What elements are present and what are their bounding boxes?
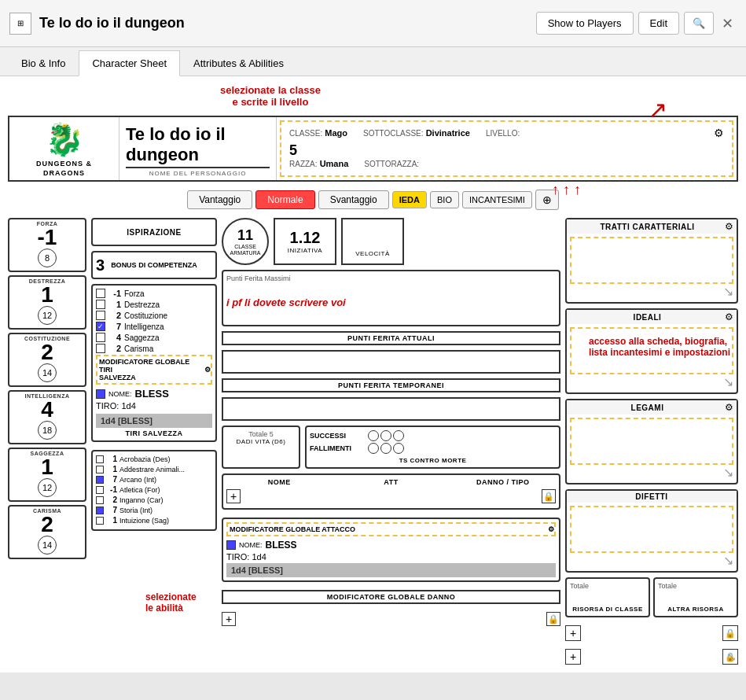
show-players-button[interactable]: Show to Players: [536, 12, 634, 35]
skill-cb-6[interactable]: [96, 517, 104, 525]
skill-cb-2[interactable]: [96, 476, 104, 484]
skill-cb-1[interactable]: [96, 466, 104, 473]
title-bar-buttons: Show to Players Edit 🔍 ✕: [536, 12, 737, 35]
risorsa-total-label: Totale: [570, 582, 645, 590]
hp-temp-label: PUNTI FERITA TEMPORANEI: [222, 378, 560, 392]
hit-dice-box: Totale 5 DADI VITA (D6): [222, 426, 300, 469]
ideali-gear[interactable]: ⚙: [725, 311, 733, 322]
stat-forza-score: 8: [38, 249, 57, 267]
gm-attack-tiro-val: 1d4: [252, 552, 266, 562]
skill-1: 1 Addestrare Animali...: [96, 465, 212, 473]
st-checkbox-5[interactable]: [96, 344, 105, 353]
skill-5: 7 Storia (Int): [96, 506, 212, 514]
tratti-gear[interactable]: ⚙: [725, 221, 733, 232]
nav-svantaggio[interactable]: Svantaggio: [318, 190, 389, 209]
risorsa-box: Totale RISORSA DI CLASSE: [565, 577, 650, 617]
death-saves-row: Totale 5 DADI VITA (D6) SUCCESSI: [222, 426, 560, 469]
nav-normale[interactable]: Normale: [255, 190, 314, 209]
gm-attack-checkbox[interactable]: [226, 540, 236, 550]
global-modifier-attack: MODIFICATORE GLOBALE ATTACCO ⚙ NOME: BLE…: [222, 518, 560, 582]
st-checkbox-0[interactable]: [96, 289, 105, 298]
skill-cb-0[interactable]: [96, 455, 104, 463]
attacks-lock-icon: 🔒: [542, 489, 556, 503]
death-saves-box: SUCCESSI FALLIMENTI: [305, 426, 560, 469]
resource-actions-1: + 🔒: [565, 625, 738, 641]
nav-incantesimi[interactable]: INCANTESIMI: [462, 191, 532, 208]
nav-bio[interactable]: BIO: [430, 191, 459, 208]
st-checkbox-1[interactable]: [96, 300, 105, 309]
skill-2: 7 Arcano (Int): [96, 475, 212, 484]
initiative-label: INIZIATIVA: [288, 247, 322, 254]
ts-circle-s1[interactable]: [368, 430, 379, 441]
skill-0: 1 Acrobazia (Des): [96, 455, 212, 463]
skill-cb-4[interactable]: [96, 496, 104, 504]
altra-risorsa-label: ALTRA RISORSA: [658, 606, 733, 613]
tab-character-sheet[interactable]: Character Sheet: [79, 50, 180, 76]
st-tiro-row: TIRO: 1d4: [96, 401, 212, 411]
gm-attack-gear[interactable]: ⚙: [548, 525, 554, 533]
competence-label: BONUS DI COMPETENZA: [111, 261, 197, 269]
ts-circle-f3[interactable]: [393, 443, 404, 454]
skill-val-5: 7: [106, 506, 117, 514]
armor-box: 11 CLASSEARMATURA: [222, 218, 269, 265]
gm-attack-tiro-row: TIRO: 1d4: [226, 552, 556, 562]
nav-vantaggio[interactable]: Vantaggio: [187, 190, 252, 209]
class-gear-icon[interactable]: ⚙: [714, 127, 724, 139]
risorsa-lock-icon: 🔒: [722, 625, 738, 641]
gm-attack-label: MODIFICATORE GLOBALE ATTACCO: [228, 524, 357, 535]
st-checkbox-4[interactable]: [96, 333, 105, 342]
legami-header: LEGAMI ⚙: [567, 400, 737, 414]
altra-add-btn[interactable]: +: [565, 649, 581, 665]
nav-bar: Vantaggio Normale Svantaggio IEDA BIO IN…: [8, 190, 738, 210]
ts-circle-f2[interactable]: [380, 443, 391, 454]
annotation-bottom-left: selezionate le abilità: [145, 591, 197, 613]
skill-cb-5[interactable]: [96, 507, 104, 514]
attacks-add-btn[interactable]: +: [226, 489, 241, 503]
tab-bio-info[interactable]: Bio & Info: [8, 50, 79, 76]
logo-dragon-icon: 🐉: [13, 119, 116, 160]
st-checkbox-3[interactable]: [96, 322, 105, 331]
st-nome-label: NOME:: [108, 390, 132, 398]
skills-box: 1 Acrobazia (Des) 1 Addestrare Animali..…: [91, 450, 217, 531]
livello-label: LIVELLO:: [486, 129, 520, 138]
risorsa-add-btn[interactable]: +: [565, 625, 581, 641]
attacks-bottom-add[interactable]: +: [222, 612, 236, 626]
attacks-add-row: + 🔒: [226, 489, 556, 503]
tratti-header: TRATTI CARATTERIALI ⚙: [567, 219, 737, 234]
edit-button[interactable]: Edit: [638, 12, 679, 35]
tab-attributes[interactable]: Attributes & Abilities: [180, 50, 297, 76]
st-name-5: Carisma: [124, 344, 153, 353]
nav-ieda[interactable]: IEDA: [392, 191, 427, 208]
close-button[interactable]: ✕: [718, 15, 737, 32]
sheet-wrapper: selezionate la classe e scrite il livell…: [8, 84, 738, 665]
tratti-box: TRATTI CARATTERIALI ⚙ ↘: [565, 218, 738, 304]
ts-circle-f1[interactable]: [368, 443, 379, 454]
hp-max-content: i pf li dovete scrivere voi: [226, 282, 556, 322]
st-name-3: Intelligenza: [124, 322, 164, 331]
initiative-box: 1.12 INIZIATIVA: [274, 218, 336, 265]
st-nome-val: BLESS: [135, 388, 169, 400]
ts-circle-s2[interactable]: [380, 430, 391, 441]
skill-name-4: Inganno (Car): [119, 496, 164, 504]
stat-destrezza: DESTREZZA 1 12: [8, 275, 86, 330]
nav-plus[interactable]: ⊕: [535, 190, 559, 210]
window-icon: ⊞: [9, 13, 31, 35]
hp-current-label: PUNTI FERITA ATTUALI: [222, 331, 560, 345]
ts-circle-s3[interactable]: [393, 430, 404, 441]
altra-val: [658, 590, 733, 606]
stat-carisma-score: 14: [38, 536, 57, 554]
logo-text: DUNGEONS &DRAGONS: [13, 160, 116, 178]
resize-handle[interactable]: ⤡: [727, 650, 737, 663]
difetti-box: DIFETTI ↘: [565, 489, 738, 573]
st-tiro-val: 1d4: [121, 401, 135, 411]
st-gear-icon[interactable]: ⚙: [204, 366, 211, 374]
legami-gear[interactable]: ⚙: [725, 402, 733, 413]
search-button[interactable]: 🔍: [684, 12, 714, 35]
title-bar: ⊞ Te lo do io il dungeon Show to Players…: [0, 0, 746, 47]
st-name-checkbox[interactable]: [96, 389, 105, 399]
competence-box: 3 BONUS DI COMPETENZA: [91, 251, 217, 279]
gm-attack-tiro-label: TIRO:: [226, 552, 249, 562]
skill-cb-3[interactable]: [96, 486, 104, 494]
st-checkbox-2[interactable]: [96, 311, 105, 320]
skill-name-3: Atletica (For): [119, 486, 160, 494]
